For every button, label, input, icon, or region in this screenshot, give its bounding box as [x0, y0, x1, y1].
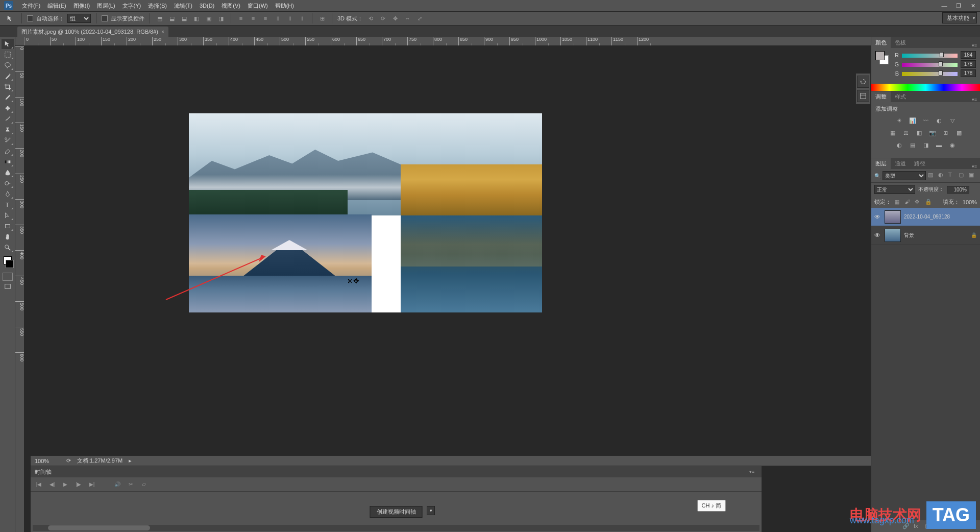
- timeline-tab[interactable]: 时间轴: [35, 468, 52, 476]
- document-tab[interactable]: 图片素材.jpeg @ 100% (2022-10-04_093128, RGB…: [17, 27, 168, 37]
- eyedropper-tool[interactable]: [2, 92, 14, 103]
- rectangle-tool[interactable]: [2, 221, 14, 231]
- vibrance-icon[interactable]: ▽: [948, 116, 957, 125]
- opacity-value[interactable]: 100%: [947, 186, 969, 194]
- eraser-tool[interactable]: [2, 146, 14, 156]
- timeline-play-icon[interactable]: ▶: [61, 480, 69, 489]
- photo-filter-icon[interactable]: 📷: [928, 128, 937, 137]
- posterize-icon[interactable]: ▤: [908, 140, 917, 150]
- color-tab[interactable]: 颜色: [871, 37, 891, 48]
- black-white-icon[interactable]: ◧: [915, 128, 924, 137]
- align-top-icon[interactable]: ⬒: [155, 14, 164, 23]
- align-left-icon[interactable]: ◧: [192, 14, 201, 23]
- menu-type[interactable]: 文字(Y): [119, 2, 145, 10]
- exposure-icon[interactable]: ◐: [935, 116, 944, 125]
- zoom-tool[interactable]: [2, 243, 14, 253]
- color-lookup-icon[interactable]: ▩: [954, 128, 964, 137]
- clone-stamp-tool[interactable]: [2, 125, 14, 135]
- menu-edit[interactable]: 编辑(E): [44, 2, 70, 10]
- filter-shape-icon[interactable]: ▢: [959, 172, 967, 180]
- curves-icon[interactable]: 〰: [921, 116, 930, 125]
- distribute-vcenter-icon[interactable]: ≡: [249, 14, 258, 23]
- zoom-level[interactable]: 100%: [35, 458, 60, 464]
- maximize-button[interactable]: ❐: [951, 0, 966, 11]
- menu-3d[interactable]: 3D(D): [196, 3, 218, 9]
- distribute-bottom-icon[interactable]: ≡: [261, 14, 270, 23]
- layer-visibility-icon[interactable]: 👁: [874, 213, 881, 221]
- doc-info[interactable]: 文档:1.27M/2.97M: [77, 457, 122, 465]
- filter-type-icon[interactable]: T: [948, 172, 957, 180]
- distribute-right-icon[interactable]: ⫴: [298, 14, 307, 23]
- channels-tab[interactable]: 通道: [891, 158, 910, 169]
- horizontal-ruler[interactable]: 0501001502002503003504004505005506006507…: [24, 37, 871, 46]
- timeline-split-icon[interactable]: ✂: [127, 480, 135, 489]
- align-hcenter-icon[interactable]: ▣: [204, 14, 213, 23]
- doc-info-dropdown-icon[interactable]: ▸: [129, 457, 132, 464]
- timeline-first-frame-icon[interactable]: |◀: [35, 480, 43, 489]
- timeline-panel-menu-icon[interactable]: ▾≡: [746, 469, 757, 474]
- auto-select-checkbox[interactable]: [27, 15, 33, 21]
- 3d-pan-icon[interactable]: ✥: [390, 14, 400, 23]
- filter-smart-icon[interactable]: ▣: [969, 172, 977, 180]
- distribute-hcenter-icon[interactable]: ⫴: [285, 14, 295, 23]
- auto-select-mode[interactable]: 组: [67, 14, 91, 23]
- rectangular-marquee-tool[interactable]: [2, 50, 14, 60]
- paths-tab[interactable]: 路径: [910, 158, 929, 169]
- blend-mode-select[interactable]: 正常: [874, 185, 915, 194]
- menu-image[interactable]: 图像(I): [70, 2, 93, 10]
- layer-thumbnail[interactable]: [885, 210, 901, 224]
- pen-tool[interactable]: [2, 189, 14, 199]
- g-value[interactable]: 178: [961, 60, 976, 68]
- color-panel-menu-icon[interactable]: ▾≡: [969, 43, 980, 48]
- filter-search-icon[interactable]: 🔍: [874, 173, 880, 179]
- swatches-tab[interactable]: 色板: [891, 37, 910, 48]
- menu-window[interactable]: 窗口(W): [244, 2, 272, 10]
- close-tab-icon[interactable]: ×: [161, 29, 164, 35]
- styles-tab[interactable]: 样式: [891, 91, 910, 102]
- color-ramp[interactable]: [871, 84, 980, 91]
- brush-tool[interactable]: [2, 114, 14, 124]
- layers-panel-menu-icon[interactable]: ▾≡: [969, 164, 980, 169]
- create-timeline-dropdown-icon[interactable]: ▾: [427, 506, 435, 515]
- background-color-swatch[interactable]: [6, 260, 14, 268]
- timeline-prev-frame-icon[interactable]: ◀|: [48, 480, 56, 489]
- link-layers-icon[interactable]: 🔗: [902, 523, 910, 530]
- timeline-next-frame-icon[interactable]: |▶: [75, 480, 83, 489]
- zoom-dropdown-icon[interactable]: ⟳: [66, 457, 71, 464]
- gradient-tool[interactable]: [2, 157, 14, 167]
- history-panel-icon[interactable]: [857, 76, 869, 88]
- auto-align-icon[interactable]: ⊞: [317, 14, 327, 23]
- layer-item[interactable]: 👁背景🔒: [871, 226, 980, 245]
- distribute-top-icon[interactable]: ≡: [236, 14, 246, 23]
- magic-wand-tool[interactable]: [2, 71, 14, 81]
- align-right-icon[interactable]: ◨: [216, 14, 226, 23]
- timeline-scrollbar[interactable]: [33, 525, 760, 531]
- ruler-origin[interactable]: [15, 37, 24, 46]
- color-balance-icon[interactable]: ⚖: [901, 128, 911, 137]
- menu-filter[interactable]: 滤镜(T): [170, 2, 196, 10]
- menu-select[interactable]: 选择(S): [144, 2, 170, 10]
- levels-icon[interactable]: 📊: [908, 116, 917, 125]
- selective-color-icon[interactable]: ◉: [948, 140, 957, 150]
- lock-position-icon[interactable]: ✥: [915, 199, 922, 206]
- 3d-zoom-icon[interactable]: ⤢: [415, 14, 424, 23]
- layers-tab[interactable]: 图层: [871, 158, 891, 169]
- close-button[interactable]: ✕: [966, 0, 980, 11]
- hand-tool[interactable]: [2, 232, 14, 242]
- lock-transparency-icon[interactable]: ▦: [894, 199, 901, 206]
- layer-name[interactable]: 背景: [904, 232, 968, 239]
- quick-mask-toggle[interactable]: [3, 273, 13, 281]
- move-tool[interactable]: [2, 39, 14, 49]
- screen-mode-toggle[interactable]: [2, 281, 14, 292]
- 3d-slide-icon[interactable]: ↔: [403, 14, 412, 23]
- current-tool-icon[interactable]: [4, 13, 16, 24]
- 3d-orbit-icon[interactable]: ⟲: [366, 14, 375, 23]
- threshold-icon[interactable]: ◨: [921, 140, 930, 150]
- menu-view[interactable]: 视图(V): [218, 2, 244, 10]
- delete-layer-icon[interactable]: 🗑: [970, 523, 977, 530]
- show-transform-checkbox[interactable]: [102, 15, 108, 21]
- brightness-contrast-icon[interactable]: ☀: [895, 116, 904, 125]
- history-brush-tool[interactable]: [2, 135, 14, 146]
- lock-pixels-icon[interactable]: 🖌: [904, 199, 912, 206]
- menu-help[interactable]: 帮助(H): [272, 2, 298, 10]
